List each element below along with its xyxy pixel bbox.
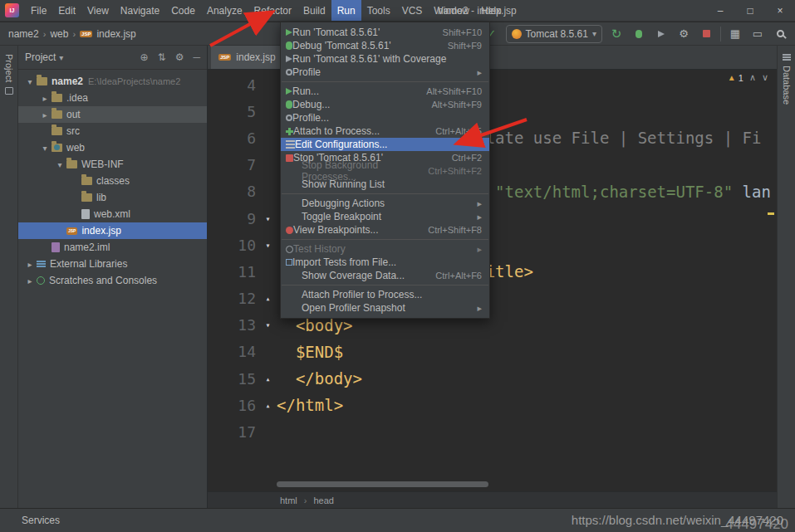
debug-button[interactable] (631, 25, 647, 43)
menu-item-attach-to-process[interactable]: Attach to Process...Ctrl+Alt+F5 (281, 124, 489, 138)
breadcrumb-head[interactable]: head (313, 495, 333, 505)
inspection-widget[interactable]: ▲ 1 ∧ ∨ (728, 72, 768, 83)
tree-item-name2-iml[interactable]: name2.iml (18, 239, 207, 256)
profile-icon (286, 115, 292, 121)
menu-item-test-history[interactable]: Test History▸ (281, 242, 489, 256)
menu-item-profile[interactable]: Profile... (281, 111, 489, 124)
menu-item-stop-background-processes[interactable]: Stop Background Processes...Ctrl+Shift+F… (281, 164, 489, 178)
fold-down-icon[interactable]: ▾ (259, 320, 277, 329)
tree-expanded-icon[interactable]: ▾ (38, 144, 52, 153)
tree-item-index-jsp[interactable]: JSPindex.jsp (18, 222, 207, 239)
menu-view[interactable]: View (81, 0, 115, 21)
menu-item-run[interactable]: Run...Alt+Shift+F10 (281, 85, 489, 98)
database-stripe-button[interactable]: Database (782, 66, 792, 105)
project-tree: ▾name2E:\IdeaProjects\name2▸.idea▸outsrc… (18, 70, 207, 289)
submenu-arrow-icon: ▸ (465, 212, 482, 222)
menu-item-show-coverage-data[interactable]: Show Coverage Data...Ctrl+Alt+F6 (281, 269, 489, 282)
tree-collapsed-icon[interactable]: ▸ (38, 110, 52, 120)
menu-navigate[interactable]: Navigate (115, 0, 165, 21)
menu-tools[interactable]: Tools (361, 0, 396, 21)
menu-item-import-tests-from-file[interactable]: Import Tests from File... (281, 256, 489, 269)
menu-code[interactable]: Code (165, 0, 201, 21)
tree-item-scratches-and-consoles[interactable]: ▸Scratches and Consoles (18, 272, 207, 289)
menu-item-debug-tomcat-8-5-61[interactable]: Debug 'Tomcat 8.5.61'Shift+F9 (281, 39, 489, 52)
menu-run[interactable]: Run (331, 0, 361, 21)
fold-up-icon[interactable]: ▴ (259, 401, 277, 410)
tree-item-src[interactable]: src (18, 123, 207, 139)
menu-refactor[interactable]: Refactor (248, 0, 297, 21)
menu-shortcut: Alt+Shift+F9 (420, 100, 482, 110)
menu-item-toggle-breakpoint[interactable]: Toggle Breakpoint▸ (281, 210, 489, 223)
tree-item-web-xml[interactable]: web.xml (18, 206, 207, 222)
tree-item-idea[interactable]: ▸.idea (18, 90, 207, 106)
menu-edit[interactable]: Edit (52, 0, 81, 21)
stop-button[interactable] (698, 25, 714, 43)
horizontal-scrollbar[interactable] (277, 481, 488, 487)
menu-item-attach-profiler-to-process[interactable]: Attach Profiler to Process... (281, 288, 489, 301)
chevron-down-icon[interactable]: ▾ (59, 53, 63, 62)
menu-item-label: Profile... (292, 112, 329, 124)
line-number: 5 (208, 103, 259, 120)
project-panel-title[interactable]: Project (25, 51, 56, 63)
project-stripe-button[interactable]: Project (4, 54, 14, 82)
tree-item-web[interactable]: ▾web (18, 139, 207, 156)
run-with-coverage-button[interactable] (653, 25, 670, 43)
fold-up-icon[interactable]: ▴ (259, 294, 277, 303)
tree-item-web-inf[interactable]: ▾WEB-INF (18, 156, 207, 173)
fold-down-icon[interactable]: ▾ (259, 214, 277, 223)
submenu-arrow-icon: ▸ (465, 67, 482, 78)
menu-item-run-tomcat-8-5-61-with-coverage[interactable]: Run 'Tomcat 8.5.61' with Coverage (281, 52, 489, 66)
menu-item-run-tomcat-8-5-61[interactable]: Run 'Tomcat 8.5.61'Shift+F10 (281, 26, 489, 39)
menu-item-edit-configurations[interactable]: Edit Configurations... (281, 138, 489, 151)
menu-file[interactable]: File (25, 0, 52, 21)
tree-collapsed-icon[interactable]: ▸ (38, 94, 52, 103)
tree-item-out[interactable]: ▸out (18, 106, 207, 123)
breadcrumb-name2[interactable]: name2 (8, 28, 39, 40)
tree-item-classes[interactable]: classes (18, 173, 207, 189)
locate-file-icon[interactable]: ⊕ (140, 51, 149, 63)
menu-item-view-breakpoints[interactable]: View Breakpoints...Ctrl+Shift+F8 (281, 223, 489, 237)
breadcrumb-web[interactable]: web (50, 28, 68, 40)
tree-item-label: .idea (66, 92, 88, 104)
expand-collapse-icon[interactable]: ⇅ (158, 51, 166, 63)
tree-expanded-icon[interactable]: ▾ (23, 77, 37, 86)
error-stripe-mark[interactable] (768, 212, 774, 215)
menu-build[interactable]: Build (297, 0, 331, 21)
breadcrumb-index-jsp[interactable]: index.jsp (96, 28, 135, 40)
tree-item-name2[interactable]: ▾name2E:\IdeaProjects\name2 (18, 73, 207, 90)
line-number: 11 (208, 263, 259, 281)
code-line: 15▴ </body> (208, 365, 777, 392)
grid-view-button[interactable]: ▦ (727, 25, 743, 43)
tree-collapsed-icon[interactable]: ▸ (23, 260, 37, 269)
monitor-button[interactable]: ▭ (749, 25, 766, 43)
tree-item-lib[interactable]: lib (18, 189, 207, 206)
profiler-button[interactable]: ⚙ (675, 25, 692, 43)
gear-icon[interactable]: ⚙ (175, 51, 184, 63)
menu-item-open-profiler-snapshot[interactable]: Open Profiler Snapshot▸ (281, 301, 489, 315)
menu-vcs[interactable]: VCS (396, 0, 429, 21)
tree-item-external-libraries[interactable]: ▸External Libraries (18, 256, 207, 272)
rerun-button[interactable]: ↻ (608, 25, 625, 43)
tree-collapsed-icon[interactable]: ▸ (23, 276, 37, 286)
services-button[interactable]: Services (22, 515, 60, 526)
close-button[interactable]: × (765, 0, 795, 22)
menu-item-debugging-actions[interactable]: Debugging Actions▸ (281, 197, 489, 210)
search-everywhere-button[interactable] (772, 25, 788, 43)
tree-expanded-icon[interactable]: ▾ (53, 160, 66, 169)
toolwindow-icon[interactable] (5, 87, 13, 95)
menu-analyze[interactable]: Analyze (201, 0, 248, 21)
code-text: </body> (277, 369, 362, 388)
minimize-button[interactable]: – (705, 0, 735, 22)
maximize-button[interactable]: □ (735, 0, 765, 22)
menu-item-debug[interactable]: Debug...Alt+Shift+F9 (281, 98, 489, 111)
hide-panel-icon[interactable]: ─ (193, 51, 200, 63)
chevron-down-icon[interactable]: ∨ (762, 72, 768, 83)
breadcrumb-html[interactable]: html (280, 495, 297, 505)
line-number: 4 (208, 76, 259, 94)
fold-up-icon[interactable]: ▴ (259, 374, 277, 383)
code-line: 17 (208, 418, 777, 445)
fold-down-icon[interactable]: ▾ (259, 241, 277, 250)
run-configuration-select[interactable]: Tomcat 8.5.61 ▾ (506, 25, 602, 43)
chevron-up-icon[interactable]: ∧ (749, 72, 756, 83)
menu-item-profile[interactable]: Profile▸ (281, 66, 489, 79)
